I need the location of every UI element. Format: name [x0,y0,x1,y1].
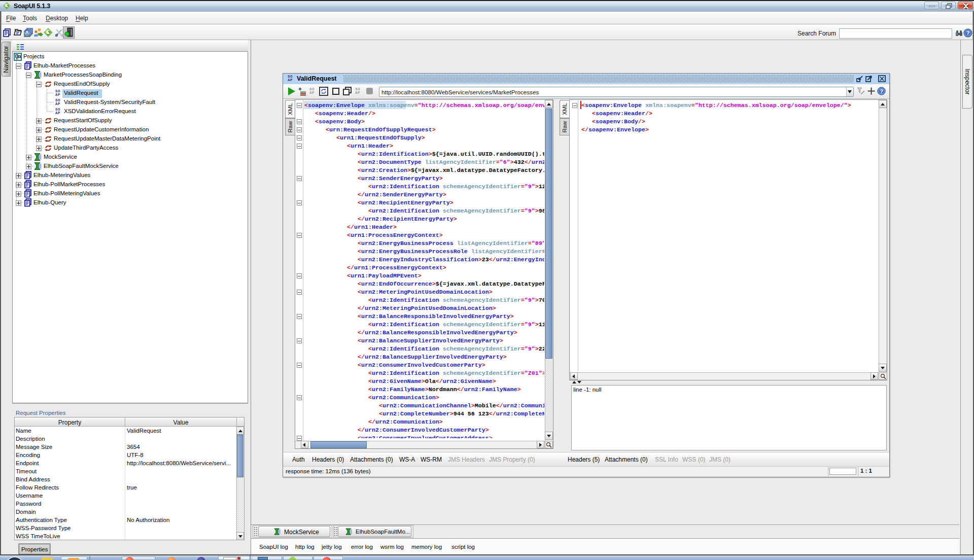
svg-text:?: ? [966,30,969,36]
svg-text:?: ? [880,88,883,94]
